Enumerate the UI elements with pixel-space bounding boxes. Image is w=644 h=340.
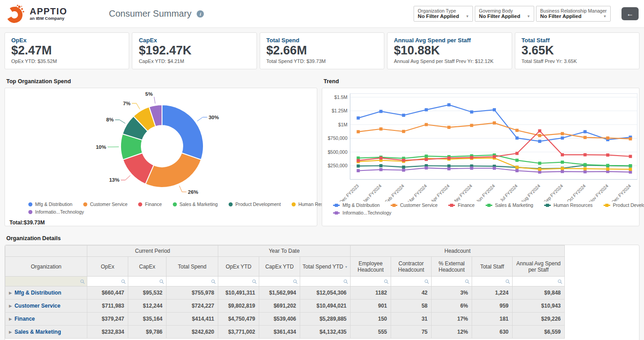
trend-point xyxy=(379,164,383,167)
trend-point xyxy=(606,164,609,167)
kpi-subtitle: CapEx YTD: $4.21M xyxy=(139,58,250,64)
column-header[interactable]: OpEx xyxy=(87,257,128,277)
column-header[interactable]: CapEx xyxy=(128,257,167,277)
column-filter[interactable] xyxy=(259,277,300,286)
trend-point xyxy=(402,159,405,162)
column-filter[interactable] xyxy=(432,277,472,286)
legend-item[interactable]: Product Development xyxy=(603,201,644,209)
legend-item[interactable]: Sales & Marketing xyxy=(173,201,218,208)
legend-item[interactable]: Mfg & Distribution xyxy=(333,201,380,209)
search-icon xyxy=(293,279,298,284)
trend-chart[interactable]: $250,000 $500,000 $750,000 $1M $1.25M $1… xyxy=(322,88,639,201)
kpi-value: $2.47M xyxy=(11,44,122,58)
trend-point xyxy=(402,114,405,117)
column-filter[interactable] xyxy=(472,277,513,286)
charts-row: Top Organization Spend 30% 26% 13% 10% 8… xyxy=(5,69,639,226)
column-header[interactable]: Total Staff xyxy=(472,257,513,277)
trend-point xyxy=(584,170,587,173)
column-header[interactable]: Employee Headcount xyxy=(351,257,391,277)
search-icon xyxy=(211,279,216,284)
org-cell[interactable]: ▶Finance xyxy=(5,313,87,326)
org-cell[interactable]: ▶Mfg & Distribution xyxy=(5,286,87,300)
filter-dropdown-organization-type[interactable]: Organization Type No Filter Applied ▼ xyxy=(414,6,473,22)
table-cell: $660,447 xyxy=(87,286,128,300)
legend-item[interactable]: Finance xyxy=(138,201,162,208)
column-header[interactable]: Annual Avg Spend per Staff xyxy=(513,257,565,277)
column-filter[interactable] xyxy=(87,277,128,286)
filter-dropdown-business-relationship-manager[interactable]: Business Relationship Manager No Filter … xyxy=(536,6,611,22)
expand-row-icon[interactable]: ▶ xyxy=(9,330,12,334)
legend-item[interactable]: Product Development xyxy=(229,201,281,208)
trend-point xyxy=(515,166,518,169)
info-icon[interactable]: i xyxy=(197,10,204,18)
donut-total: Total:$39.73M xyxy=(5,218,317,226)
expand-row-icon[interactable]: ▶ xyxy=(9,317,12,321)
legend-item[interactable]: Customer Service xyxy=(83,201,127,208)
legend-item[interactable]: Finance xyxy=(448,201,474,209)
legend-dot-icon xyxy=(292,202,296,206)
table-cell: 31 xyxy=(391,313,432,326)
trend-point xyxy=(402,169,405,172)
filter-dropdown-governing-body[interactable]: Governing Body No Filter Applied ▼ xyxy=(475,6,534,22)
column-filter[interactable] xyxy=(391,277,432,286)
trend-point xyxy=(425,108,428,112)
donut-percent-label: 5% xyxy=(145,91,153,97)
column-header[interactable]: Contractor Headcount xyxy=(391,257,432,277)
trend-line-1[interactable] xyxy=(358,123,630,139)
donut-slice-1[interactable] xyxy=(145,153,201,188)
back-button[interactable]: ← xyxy=(621,7,639,20)
donut-slice-0[interactable] xyxy=(162,105,203,160)
column-filter[interactable] xyxy=(300,277,351,286)
column-filter[interactable] xyxy=(218,277,259,286)
x-axis-tick: Mar FY2024 xyxy=(407,183,428,201)
kpi-value: 3.65K xyxy=(522,44,633,58)
column-filter[interactable] xyxy=(351,277,391,286)
trend-point xyxy=(357,169,360,172)
filter-row xyxy=(5,277,565,286)
legend-item[interactable]: Human Resources xyxy=(544,201,593,209)
table-cell: $361,434 xyxy=(259,326,300,339)
column-header[interactable]: OpEx YTD xyxy=(218,257,259,277)
trend-point xyxy=(561,132,564,135)
donut-chart[interactable]: 30% 26% 13% 10% 8% 7% 5% xyxy=(5,88,317,201)
legend-item[interactable]: Sales & Marketing xyxy=(486,201,533,209)
legend-item[interactable]: Informatio...Technology xyxy=(28,208,84,216)
column-header[interactable]: Total Spend xyxy=(167,257,218,277)
trend-point xyxy=(561,161,564,164)
column-header[interactable]: Organization xyxy=(5,257,87,277)
column-header[interactable]: CapEx YTD xyxy=(259,257,300,277)
filter-value: No Filter Applied xyxy=(418,13,459,19)
column-group-header: Headcount xyxy=(351,246,565,257)
column-filter[interactable] xyxy=(5,277,87,286)
column-header[interactable]: % External Headcount xyxy=(432,257,472,277)
filter-value: No Filter Applied xyxy=(540,13,581,19)
dashboard-body: OpEx $2.47M OpEx YTD: $35.52MCapEx $192.… xyxy=(0,32,644,340)
y-axis-tick: $750,000 xyxy=(328,135,347,141)
kpi-card-total-staff: Total Staff 3.65K Total Staff Prev Yr: 3… xyxy=(515,32,639,69)
trend-point xyxy=(402,130,405,133)
table-cell: 630 xyxy=(472,326,513,339)
legend-item[interactable]: Mfg & Distribution xyxy=(28,201,72,208)
x-axis-tick: Aug FY2024 xyxy=(520,183,541,201)
expand-row-icon[interactable]: ▶ xyxy=(9,291,12,295)
org-cell[interactable]: ▶Customer Service xyxy=(5,300,87,313)
trend-point xyxy=(447,165,450,168)
column-header[interactable]: Total Spend YTD▼ xyxy=(300,257,351,277)
y-axis-tick: $500,000 xyxy=(328,149,347,155)
x-axis-tick: Dec FY2023 xyxy=(338,183,360,201)
legend-item[interactable]: Informatio...Technology xyxy=(333,209,392,217)
x-axis-tick: Apr FY2024 xyxy=(430,183,450,201)
column-filter[interactable] xyxy=(128,277,167,286)
kpi-card-annual-avg-spend-per-staff: Annual Avg Spend per Staff $10.88K Annua… xyxy=(387,32,512,69)
legend-item[interactable]: Customer Service xyxy=(391,201,437,209)
legend-line-icon xyxy=(333,211,340,215)
column-filter[interactable] xyxy=(513,277,565,286)
org-cell[interactable]: ▶Sales & Marketing xyxy=(5,326,87,339)
expand-row-icon[interactable]: ▶ xyxy=(9,304,12,308)
table-cell: $379,247 xyxy=(87,313,128,326)
table-cell: 150 xyxy=(351,313,391,326)
table-cell: $10,943 xyxy=(513,300,565,313)
table-cell: $3,771,002 xyxy=(218,326,259,339)
column-filter[interactable] xyxy=(167,277,218,286)
table-cell: 181 xyxy=(472,313,513,326)
